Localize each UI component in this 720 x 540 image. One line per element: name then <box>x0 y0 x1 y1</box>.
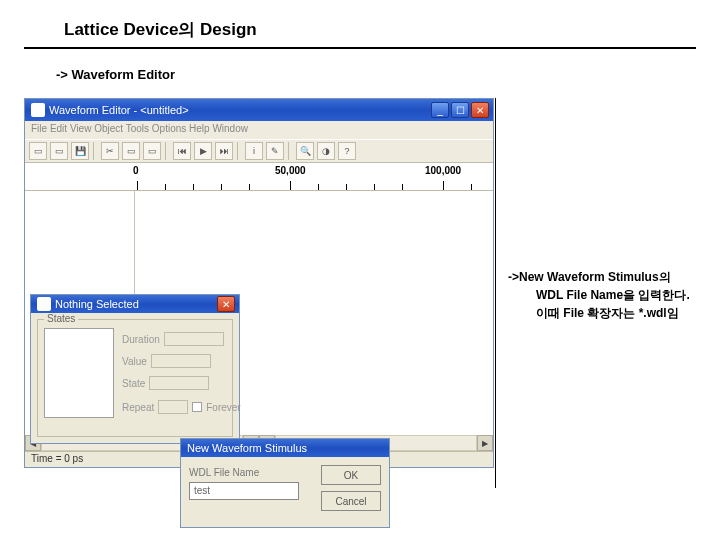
toolbar-button[interactable]: 🔍 <box>296 142 314 160</box>
ruler-tick-label: 100,000 <box>425 165 461 176</box>
toolbar-button[interactable]: ▭ <box>50 142 68 160</box>
menubar[interactable]: File Edit View Object Tools Options Help… <box>25 121 493 139</box>
state-field[interactable] <box>149 376 209 390</box>
ok-button[interactable]: OK <box>321 465 381 485</box>
wdl-filename-input[interactable]: test <box>189 482 299 500</box>
toolbar: ▭ ▭ 💾 ✂ ▭ ▭ ⏮ ▶ ⏭ i ✎ 🔍 ◑ ? <box>25 139 493 163</box>
field-label: Forever <box>206 402 240 413</box>
repeat-field[interactable] <box>158 400 188 414</box>
toolbar-button[interactable]: ▭ <box>29 142 47 160</box>
toolbar-button[interactable]: ⏭ <box>215 142 233 160</box>
field-label: State <box>122 378 145 389</box>
wfe-titlebar: Waveform Editor - <untitled> _ ☐ ✕ <box>25 99 493 121</box>
maximize-button[interactable]: ☐ <box>451 102 469 118</box>
annotation-line: WDL File Name을 입력한다. <box>508 286 690 304</box>
field-label: Repeat <box>122 402 154 413</box>
scroll-right-button[interactable]: ▶ <box>477 435 493 451</box>
toolbar-button[interactable]: ▭ <box>122 142 140 160</box>
annotation-text: ->New Waveform Stimulus의 WDL File Name을 … <box>495 98 698 488</box>
annotation-line: 이때 File 확장자는 *.wdl임 <box>508 304 690 322</box>
toolbar-button[interactable]: ◑ <box>317 142 335 160</box>
new-waveform-stimulus-dialog: New Waveform Stimulus WDL File Name test… <box>180 438 390 528</box>
toolbar-button[interactable]: ⏮ <box>173 142 191 160</box>
toolbar-button[interactable]: ✂ <box>101 142 119 160</box>
cancel-button[interactable]: Cancel <box>321 491 381 511</box>
states-group: States Duration Value State Repeat Forev… <box>37 319 233 437</box>
duration-field[interactable] <box>164 332 224 346</box>
toolbar-button[interactable]: 💾 <box>71 142 89 160</box>
app-icon <box>31 103 45 117</box>
group-label: States <box>44 313 78 324</box>
toolbar-button[interactable]: ▭ <box>143 142 161 160</box>
close-button[interactable]: ✕ <box>471 102 489 118</box>
page-title: Lattice Device의 Design <box>24 0 696 49</box>
nsel-titlebar: Nothing Selected ✕ <box>31 295 239 313</box>
field-label: Value <box>122 356 147 367</box>
panel-icon <box>37 297 51 311</box>
close-button[interactable]: ✕ <box>217 296 235 312</box>
nws-titlebar: New Waveform Stimulus <box>181 439 389 457</box>
nsel-title: Nothing Selected <box>55 298 217 310</box>
minimize-button[interactable]: _ <box>431 102 449 118</box>
wfe-title: Waveform Editor - <untitled> <box>49 104 431 116</box>
page-subtitle: -> Waveform Editor <box>0 49 720 82</box>
ruler-tick-label: 50,000 <box>275 165 306 176</box>
nothing-selected-panel: Nothing Selected ✕ States Duration Value… <box>30 294 240 444</box>
states-listbox[interactable] <box>44 328 114 418</box>
toolbar-button[interactable]: i <box>245 142 263 160</box>
ruler-tick-label: 0 <box>133 165 139 176</box>
toolbar-button[interactable]: ▶ <box>194 142 212 160</box>
field-label: Duration <box>122 334 160 345</box>
time-ruler: 0 50,000 100,000 <box>25 163 493 191</box>
forever-checkbox[interactable] <box>192 402 202 412</box>
toolbar-button[interactable]: ✎ <box>266 142 284 160</box>
toolbar-button[interactable]: ? <box>338 142 356 160</box>
annotation-line: ->New Waveform Stimulus의 <box>508 268 690 286</box>
nws-title: New Waveform Stimulus <box>187 442 385 454</box>
value-field[interactable] <box>151 354 211 368</box>
